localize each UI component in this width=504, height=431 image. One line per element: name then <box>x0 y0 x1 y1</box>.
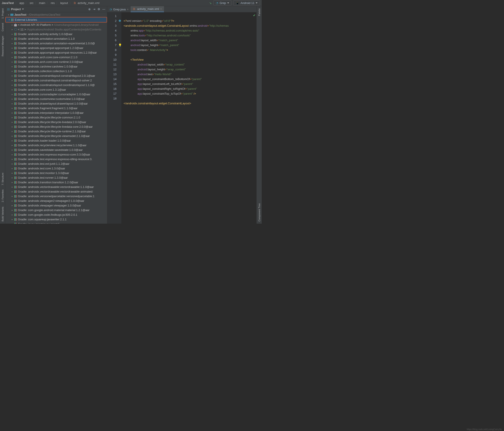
crumb-file-icon: 🗎 <box>73 1 76 5</box>
tool-project[interactable]: 1: Project <box>1 6 5 21</box>
close-icon[interactable]: × <box>160 8 162 11</box>
tree-lib-item[interactable]: Gradle: androidx.savedstate:savedstate:1… <box>5 148 107 152</box>
panel-title[interactable]: Project <box>11 8 21 11</box>
editor-tabs: ◔ Grep.java × 🗎 activity_main.xml × <box>107 6 256 12</box>
gutter-marks: 💡 <box>118 12 121 224</box>
right-tool-strip: Palette Component Tree <box>256 6 262 224</box>
file-icon: 🗎 <box>133 7 136 11</box>
editor: ◔ Grep.java × 🗎 activity_main.xml × 1234… <box>107 6 256 224</box>
close-icon[interactable]: × <box>127 8 128 11</box>
tree-lib-item[interactable]: Gradle: androidx.test.espresso:espresso-… <box>5 157 107 161</box>
tree-lib-item[interactable]: Gradle: androidx.viewpager:viewpager:1.0… <box>5 203 107 208</box>
tree-lib-item[interactable]: Gradle: androidx.appcompat:appcompat:1.2… <box>5 46 107 50</box>
tree-lib-item[interactable]: Gradle: androidx.lifecycle:lifecycle-liv… <box>5 124 107 129</box>
hide-panel-icon[interactable]: — <box>102 8 105 11</box>
tool-resource-manager[interactable]: Resource Manager <box>1 34 5 59</box>
tree-lib-item[interactable]: Gradle: androidx.fragment:fragment:1.1.0… <box>5 106 107 111</box>
dropdown-icon <box>256 2 258 4</box>
tree-lib-item[interactable]: Gradle: androidx.transition:transition:1… <box>5 180 107 185</box>
sync-icon[interactable]: ↘ <box>209 1 212 5</box>
tree-lib-item[interactable]: Gradle: androidx.lifecycle:lifecycle-com… <box>5 115 107 120</box>
collapse-icon[interactable]: ⇥ <box>93 8 95 11</box>
file-icon: ◔ <box>109 8 112 11</box>
tree-lib-item[interactable]: Gradle: androidx.test:runner:1.3.0@aar <box>5 175 107 180</box>
tree-lib-item[interactable]: Gradle: com.google.code.findbugs:jsr305:… <box>5 212 107 217</box>
tree-external-libraries[interactable]: External Libraries <box>5 17 107 23</box>
tree-lib-item[interactable]: Gradle: androidx.activity:activity:1.0.0… <box>5 32 107 36</box>
crumb-4[interactable]: res <box>51 1 55 5</box>
project-tree[interactable]: JavaTest ~/Desktop/demo/JavaTest Externa… <box>5 12 107 224</box>
breadcrumb[interactable]: JavaTest〉 app〉 src〉 main〉 res〉 layout〉 🗎… <box>2 1 99 5</box>
line-numbers: 123456789101112131415161718 <box>107 12 118 224</box>
run-config-dropdown[interactable]: ◔ Grep <box>213 0 232 6</box>
tree-lib-item[interactable]: Gradle: androidx.arch.core:core-runtime:… <box>5 60 107 64</box>
tree-lib-item[interactable]: Gradle: androidx.vectordrawable:vectordr… <box>5 185 107 189</box>
tree-lib-item[interactable]: Gradle: androidx.lifecycle:lifecycle-liv… <box>5 120 107 124</box>
tree-lib-item[interactable]: Gradle: androidx.test.ext:junit:1.1.2@aa… <box>5 161 107 166</box>
breadcrumb-bar: JavaTest〉 app〉 src〉 main〉 res〉 layout〉 🗎… <box>0 0 262 6</box>
tree-lib-item[interactable]: Gradle: androidx.cursoradapter:cursorada… <box>5 92 107 97</box>
tree-lib-item[interactable]: Gradle: androidx.lifecycle:lifecycle-vie… <box>5 134 107 138</box>
tool-palette[interactable]: Palette <box>257 6 261 18</box>
crumb-1[interactable]: app <box>19 1 24 5</box>
tree-android-api[interactable]: 🤖 < Android API 30 Platform > /Users/lia… <box>5 23 107 27</box>
crumb-5[interactable]: layout <box>60 1 68 5</box>
tool-favorites[interactable]: 2: Favorites <box>1 187 5 204</box>
project-panel: ▤ Project ⊕ ⇥ ⚙ — JavaTest ~/Desktop/dem… <box>5 6 107 224</box>
tree-lib-item[interactable]: Gradle: androidx.loader:loader:1.0.0@aar <box>5 138 107 143</box>
tree-lib-item[interactable]: Gradle: androidx.interpolator:interpolat… <box>5 111 107 115</box>
tree-lib-item[interactable]: Gradle: androidx.constraintlayout:constr… <box>5 78 107 83</box>
gutter-icon[interactable] <box>119 20 121 22</box>
tree-lib-item[interactable]: Gradle: androidx.constraintlayout:constr… <box>5 73 107 78</box>
tool-build-variants[interactable]: Build Variants <box>1 204 5 224</box>
tree-lib-item[interactable]: Gradle: androidx.annotation:annotation:1… <box>5 36 107 41</box>
tree-jdk[interactable]: 🖵 < 11 > /Applications/Android Studio.ap… <box>5 27 107 32</box>
tree-lib-item[interactable]: Gradle: androidx.test:monitor:1.3.0@aar <box>5 171 107 175</box>
tree-lib-item[interactable]: Gradle: androidx.recyclerview:recyclervi… <box>5 143 107 148</box>
locate-icon[interactable]: ⊕ <box>88 8 91 11</box>
tree-lib-item[interactable]: Gradle: androidx.core:core:1.3.1@aar <box>5 87 107 92</box>
tree-lib-item[interactable]: Gradle: androidx.annotation:annotation-e… <box>5 41 107 46</box>
project-view-icon: ▤ <box>7 8 10 11</box>
crumb-2[interactable]: src <box>30 1 33 5</box>
tree-lib-item[interactable]: Gradle: androidx.test.espresso:espresso-… <box>5 152 107 157</box>
crumb-3[interactable]: main <box>39 1 45 5</box>
device-dropdown[interactable]: 📱 Android 11 <box>233 0 260 6</box>
tab-activity-main[interactable]: 🗎 activity_main.xml × <box>131 6 164 12</box>
tree-lib-item[interactable]: Gradle: androidx.collection:collection:1… <box>5 69 107 73</box>
tree-lib-item[interactable]: Gradle: com.google.android.material:mate… <box>5 208 107 212</box>
tree-lib-item[interactable]: Gradle: androidx.viewpager2:viewpager2:1… <box>5 199 107 203</box>
tab-grep[interactable]: ◔ Grep.java × <box>107 7 131 12</box>
tree-lib-item[interactable]: Gradle: androidx.lifecycle:lifecycle-run… <box>5 129 107 134</box>
inspection-ok-icon[interactable]: ✔ <box>253 14 256 17</box>
tool-component-tree[interactable]: Component Tree <box>257 201 261 224</box>
tree-lib-item[interactable]: Gradle: androidx.vectordrawable:vectordr… <box>5 189 107 194</box>
tool-commit[interactable]: Commit <box>1 21 5 34</box>
crumb-6[interactable]: activity_main.xml <box>78 1 99 5</box>
tree-lib-item[interactable]: Gradle: androidx.appcompat:appcompat-res… <box>5 50 107 55</box>
grep-icon: ◔ <box>216 1 218 5</box>
tree-lib-item[interactable]: Gradle: androidx.customview:customview:1… <box>5 97 107 101</box>
tree-lib-item[interactable]: Gradle: com.squareup:javawriter:2.1.1 <box>5 217 107 222</box>
tree-lib-item[interactable]: Gradle: javax.inject:javax.inject:1 <box>5 222 107 224</box>
tool-structure[interactable]: 7: Structure <box>1 170 5 187</box>
tree-lib-item[interactable]: Gradle: androidx.cardview:cardview:1.0.0… <box>5 64 107 69</box>
tree-root[interactable]: JavaTest ~/Desktop/demo/JavaTest <box>5 12 107 17</box>
tree-lib-item[interactable]: Gradle: androidx.versionedparcelable:ver… <box>5 194 107 199</box>
tree-lib-item[interactable]: Gradle: androidx.coordinatorlayout:coord… <box>5 83 107 87</box>
tree-lib-item[interactable]: Gradle: androidx.drawerlayout:drawerlayo… <box>5 101 107 106</box>
tree-lib-item[interactable]: Gradle: androidx.test:core:1.3.0@aar <box>5 166 107 171</box>
dropdown-icon <box>227 2 229 4</box>
left-tool-strip: 1: Project Commit Resource Manager 7: St… <box>0 6 5 224</box>
code-content[interactable]: <?xml version="1.0" encoding="utf-8"?> <… <box>121 12 252 224</box>
tree-lib-item[interactable]: Gradle: androidx.arch.core:core-common:2… <box>5 55 107 60</box>
crumb-0[interactable]: JavaTest <box>2 1 14 5</box>
settings-gear-icon[interactable]: ⚙ <box>98 8 100 11</box>
device-icon: 📱 <box>236 1 239 5</box>
view-mode-dropdown[interactable] <box>22 9 24 10</box>
